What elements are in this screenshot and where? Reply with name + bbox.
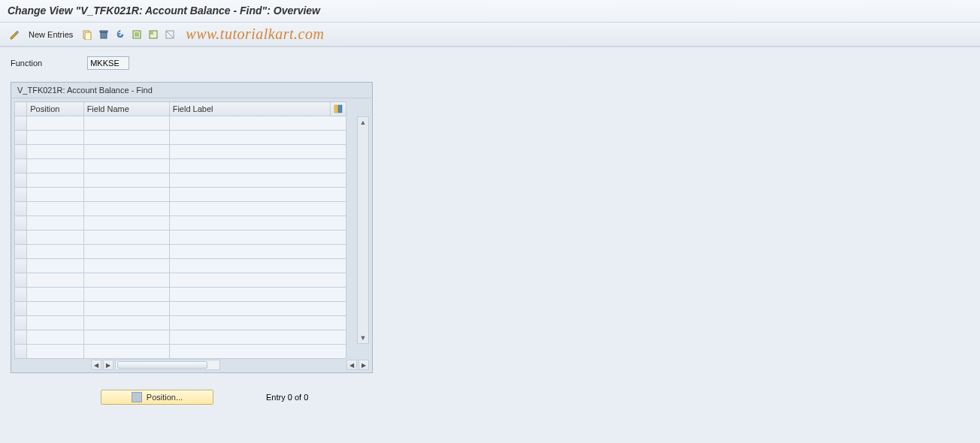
scroll-last-icon[interactable]: ▶ (358, 360, 369, 370)
cell[interactable] (27, 245, 83, 259)
cell[interactable] (169, 273, 346, 288)
row-selector[interactable] (15, 316, 27, 330)
cell[interactable] (169, 259, 346, 273)
position-button[interactable]: Position... (101, 390, 213, 405)
hscroll-thumb[interactable] (117, 361, 207, 369)
cell[interactable] (83, 316, 169, 330)
cell[interactable] (27, 259, 83, 273)
select-block-icon[interactable] (147, 28, 160, 41)
row-selector[interactable] (15, 302, 27, 316)
grid-body[interactable] (15, 116, 346, 359)
cell[interactable] (27, 316, 83, 330)
cell[interactable] (169, 202, 346, 216)
cell[interactable] (83, 345, 169, 359)
cell[interactable] (83, 302, 169, 316)
scroll-first-icon[interactable]: ◀ (91, 360, 101, 370)
cell[interactable] (169, 216, 346, 231)
row-selector[interactable] (15, 188, 27, 202)
col-position[interactable]: Position (27, 102, 83, 116)
row-selector[interactable] (15, 173, 27, 188)
cell[interactable] (27, 131, 83, 145)
cell[interactable] (27, 288, 83, 302)
cell[interactable] (83, 131, 169, 145)
function-input[interactable] (87, 56, 129, 70)
cell[interactable] (169, 159, 346, 173)
cell[interactable] (83, 173, 169, 188)
cell[interactable] (83, 188, 169, 202)
cell[interactable] (83, 259, 169, 273)
cell[interactable] (83, 273, 169, 288)
cell[interactable] (27, 145, 83, 159)
cell[interactable] (83, 231, 169, 245)
deselect-all-icon[interactable] (163, 28, 177, 41)
scroll-left-icon[interactable]: ▶ (103, 360, 113, 370)
row-selector[interactable] (15, 245, 27, 259)
row-selector[interactable] (15, 216, 27, 231)
watermark-text: www.tutorialkart.com (186, 26, 324, 43)
cell[interactable] (83, 116, 169, 131)
scroll-right-icon[interactable]: ◀ (346, 360, 357, 370)
cell[interactable] (83, 245, 169, 259)
row-selector[interactable] (15, 131, 27, 145)
delete-icon[interactable] (97, 28, 110, 41)
cell[interactable] (83, 145, 169, 159)
hscroll-track[interactable] (115, 360, 220, 370)
row-selector[interactable] (15, 345, 27, 359)
row-selector[interactable] (15, 330, 27, 345)
row-selector[interactable] (15, 145, 27, 159)
cell[interactable] (169, 173, 346, 188)
svg-rect-1 (85, 32, 91, 40)
cell[interactable] (27, 273, 83, 288)
cell[interactable] (169, 316, 346, 330)
row-selector[interactable] (15, 273, 27, 288)
position-button-label: Position... (147, 393, 183, 402)
cell[interactable] (27, 173, 83, 188)
cell[interactable] (169, 116, 346, 131)
cell[interactable] (169, 145, 346, 159)
cell[interactable] (27, 116, 83, 131)
configure-columns-icon[interactable] (330, 102, 346, 116)
select-all-icon[interactable] (130, 28, 144, 41)
cell[interactable] (169, 302, 346, 316)
cell[interactable] (27, 159, 83, 173)
data-grid[interactable]: Position Field Name Field Label (14, 101, 346, 359)
change-mode-icon[interactable] (8, 28, 21, 41)
cell[interactable] (27, 302, 83, 316)
cell[interactable] (169, 131, 346, 145)
row-selector-header[interactable] (15, 102, 27, 116)
cell[interactable] (83, 202, 169, 216)
cell[interactable] (83, 288, 169, 302)
vertical-scrollbar[interactable]: ▲ ▼ (357, 116, 369, 344)
cell[interactable] (169, 345, 346, 359)
row-selector[interactable] (15, 231, 27, 245)
copy-as-icon[interactable] (80, 28, 94, 41)
cell[interactable] (27, 231, 83, 245)
cell[interactable] (27, 345, 83, 359)
cell[interactable] (27, 188, 83, 202)
row-selector[interactable] (15, 259, 27, 273)
cell[interactable] (169, 188, 346, 202)
cell[interactable] (83, 159, 169, 173)
cell[interactable] (169, 245, 346, 259)
row-selector[interactable] (15, 159, 27, 173)
col-field-name[interactable]: Field Name (83, 102, 169, 116)
new-entries-button[interactable]: New Entries (24, 29, 77, 41)
row-selector[interactable] (15, 288, 27, 302)
content-area: Function V_TFK021R: Account Balance - Fi… (0, 47, 980, 443)
cell[interactable] (169, 231, 346, 245)
cell[interactable] (27, 202, 83, 216)
svg-rect-5 (135, 32, 139, 37)
cell[interactable] (27, 330, 83, 345)
row-selector[interactable] (15, 116, 27, 131)
scroll-down-icon[interactable]: ▼ (358, 333, 368, 343)
scroll-up-icon[interactable]: ▲ (358, 117, 368, 128)
row-selector[interactable] (15, 202, 27, 216)
cell[interactable] (83, 216, 169, 231)
undo-icon[interactable] (113, 28, 127, 41)
cell[interactable] (83, 330, 169, 345)
cell[interactable] (169, 330, 346, 345)
col-field-label[interactable]: Field Label (169, 102, 330, 116)
cell[interactable] (27, 216, 83, 231)
cell[interactable] (169, 288, 346, 302)
page-title: Change View "V_TFK021R: Account Balance … (0, 0, 980, 23)
